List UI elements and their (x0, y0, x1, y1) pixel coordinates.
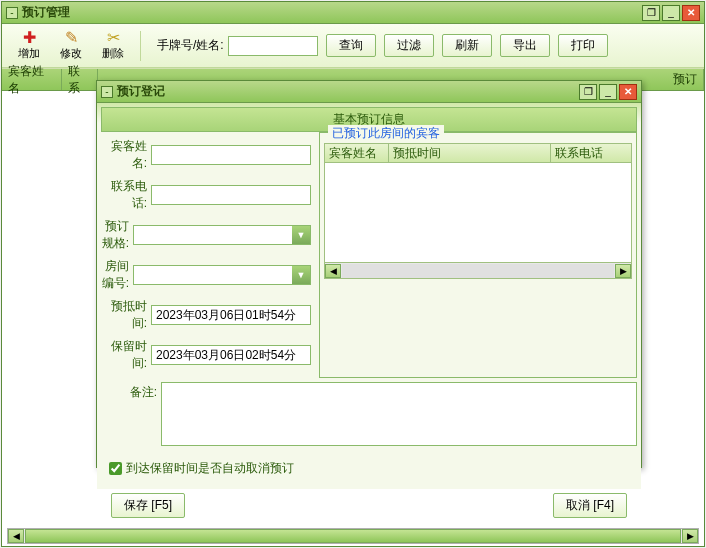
save-button[interactable]: 保存 [F5] (111, 493, 185, 518)
hammer-icon: ✎ (65, 30, 78, 46)
main-title: 预订管理 (22, 4, 642, 21)
hold-label: 保留时间: (101, 338, 151, 372)
export-button[interactable]: 导出 (500, 34, 550, 57)
scroll-right-icon[interactable]: ▶ (615, 264, 631, 278)
arrive-label: 预抵时间: (101, 298, 151, 332)
arrive-input[interactable] (151, 305, 311, 325)
room-label: 房间编号: (101, 258, 133, 292)
auto-cancel-checkbox[interactable] (109, 462, 122, 475)
spec-combo[interactable]: ▼ (133, 225, 311, 245)
main-toolbar: ✚ 增加 ✎ 修改 ✂ 删除 手牌号/姓名: 查询 过滤 刷新 导出 打印 (2, 24, 704, 68)
dialog-minimize-icon[interactable]: _ (599, 84, 617, 100)
main-h-scrollbar[interactable]: ◀ ▶ (7, 528, 699, 544)
grid-col-contact[interactable]: 联系 (62, 69, 98, 90)
remark-textarea[interactable] (161, 382, 637, 446)
room-combo[interactable]: ▼ (133, 265, 311, 285)
modify-button[interactable]: ✎ 修改 (52, 28, 90, 63)
inner-col-phone[interactable]: 联系电话 (551, 144, 631, 162)
dialog-close-icon[interactable]: ✕ (619, 84, 637, 100)
inner-col-arrive[interactable]: 预抵时间 (389, 144, 551, 162)
dialog-restore-icon[interactable]: ❐ (579, 84, 597, 100)
plus-icon: ✚ (23, 30, 36, 46)
delete-button[interactable]: ✂ 删除 (94, 28, 132, 63)
scroll-left-icon[interactable]: ◀ (325, 264, 341, 278)
booked-guests-fieldset: 已预订此房间的宾客 宾客姓名 预抵时间 联系电话 ◀ ▶ (319, 132, 637, 378)
inner-col-guest[interactable]: 宾客姓名 (325, 144, 389, 162)
dialog-buttons: 保存 [F5] 取消 [F4] (97, 489, 641, 526)
scroll-left-icon[interactable]: ◀ (8, 529, 24, 543)
dialog-title: 预订登记 (117, 83, 579, 100)
phone-input[interactable] (151, 185, 311, 205)
scroll-thumb[interactable] (25, 529, 681, 543)
remark-label: 备注: (101, 382, 161, 446)
guest-label: 宾客姓名: (101, 138, 151, 172)
form-left: 宾客姓名: 联系电话: 预订规格: ▼ 房间编号: (101, 138, 311, 378)
refresh-button[interactable]: 刷新 (442, 34, 492, 57)
scroll-track[interactable] (342, 264, 614, 278)
print-button[interactable]: 打印 (558, 34, 608, 57)
auto-cancel-label: 到达保留时间是否自动取消预订 (126, 460, 294, 477)
spec-input[interactable] (134, 226, 292, 244)
spec-label: 预订规格: (101, 218, 133, 252)
inner-h-scrollbar[interactable]: ◀ ▶ (324, 263, 632, 279)
hold-input[interactable] (151, 345, 311, 365)
chevron-down-icon[interactable]: ▼ (292, 266, 310, 284)
fieldset-legend: 已预订此房间的宾客 (328, 125, 444, 142)
cancel-button[interactable]: 取消 [F4] (553, 493, 627, 518)
chevron-down-icon[interactable]: ▼ (292, 226, 310, 244)
search-label: 手牌号/姓名: (157, 37, 224, 54)
toolbar-divider (140, 31, 141, 61)
inner-grid-body (324, 163, 632, 263)
phone-label: 联系电话: (101, 178, 151, 212)
minimize-icon[interactable]: _ (662, 5, 680, 21)
booking-dialog: - 预订登记 ❐ _ ✕ 基本预订信息 宾客姓名: 联系电话: 预订规格: (96, 80, 642, 468)
scroll-right-icon[interactable]: ▶ (682, 529, 698, 543)
collapse-icon[interactable]: - (6, 7, 18, 19)
dialog-body: 基本预订信息 宾客姓名: 联系电话: 预订规格: ▼ (97, 103, 641, 489)
brush-icon: ✂ (107, 30, 120, 46)
search-input[interactable] (228, 36, 318, 56)
restore-icon[interactable]: ❐ (642, 5, 660, 21)
close-icon[interactable]: ✕ (682, 5, 700, 21)
room-input[interactable] (134, 266, 292, 284)
grid-col-guest[interactable]: 宾客姓名 (2, 69, 62, 90)
add-button[interactable]: ✚ 增加 (10, 28, 48, 63)
auto-cancel-row: 到达保留时间是否自动取消预订 (109, 460, 637, 477)
inner-grid-header: 宾客姓名 预抵时间 联系电话 (324, 143, 632, 163)
guest-input[interactable] (151, 145, 311, 165)
filter-button[interactable]: 过滤 (384, 34, 434, 57)
dialog-collapse-icon[interactable]: - (101, 86, 113, 98)
main-titlebar: - 预订管理 ❐ _ ✕ (2, 2, 704, 24)
query-button[interactable]: 查询 (326, 34, 376, 57)
dialog-titlebar: - 预订登记 ❐ _ ✕ (97, 81, 641, 103)
